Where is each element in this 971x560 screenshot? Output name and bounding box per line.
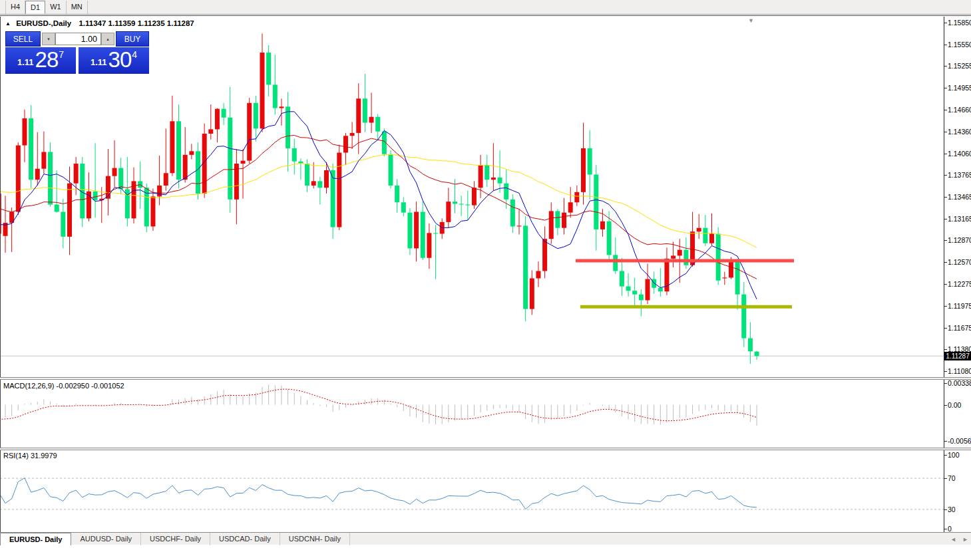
candle-body[interactable]	[254, 103, 258, 128]
candle-body[interactable]	[562, 213, 566, 228]
candle-body[interactable]	[61, 212, 65, 237]
candle-body[interactable]	[620, 271, 624, 286]
candle-body[interactable]	[523, 225, 528, 309]
candle-body[interactable]	[292, 148, 297, 162]
chart-shift-marker-icon[interactable]: ▼	[748, 17, 754, 24]
candle-body[interactable]	[453, 202, 457, 204]
candle-body[interactable]	[48, 152, 53, 204]
timeframe-tab-d1[interactable]: D1	[25, 1, 45, 14]
candle-body[interactable]	[144, 188, 149, 226]
tabs-scroll-right-icon[interactable]: ►	[962, 536, 968, 543]
candle-body[interactable]	[485, 165, 489, 180]
candle-body[interactable]	[29, 118, 33, 180]
candle-body[interactable]	[266, 53, 271, 84]
candle-body[interactable]	[671, 255, 676, 258]
candle-body[interactable]	[67, 184, 72, 237]
candle-body[interactable]	[401, 202, 406, 212]
candle-body[interactable]	[157, 186, 162, 196]
candle-body[interactable]	[607, 221, 612, 255]
chart-tab-usdchf[interactable]: USDCHF- Daily	[141, 533, 210, 545]
candle-body[interactable]	[555, 211, 560, 227]
candle-body[interactable]	[683, 250, 688, 265]
candle-body[interactable]	[594, 174, 598, 229]
candle-body[interactable]	[273, 84, 278, 108]
chart-canvas[interactable]	[0, 16, 971, 548]
candle-body[interactable]	[536, 271, 540, 278]
candle-body[interactable]	[581, 148, 586, 192]
candle-body[interactable]	[549, 211, 554, 239]
candle-body[interactable]	[363, 98, 367, 122]
candle-body[interactable]	[600, 221, 605, 229]
timeframe-tab-mn[interactable]: MN	[67, 1, 88, 14]
candle-body[interactable]	[112, 168, 117, 176]
candle-body[interactable]	[189, 151, 194, 154]
candle-body[interactable]	[517, 225, 522, 226]
candle-body[interactable]	[530, 278, 534, 309]
candle-body[interactable]	[703, 228, 707, 243]
candle-body[interactable]	[755, 352, 759, 356]
candle-body[interactable]	[472, 188, 477, 205]
chart-tab-eurusd[interactable]: EURUSD- Daily	[0, 533, 71, 545]
candle-body[interactable]	[407, 213, 412, 249]
candle-body[interactable]	[613, 255, 618, 271]
sell-button[interactable]: SELL	[5, 31, 41, 47]
candle-body[interactable]	[735, 261, 740, 294]
volume-decrease-button[interactable]: ▾	[42, 33, 55, 45]
candle-body[interactable]	[568, 202, 573, 212]
buy-button[interactable]: BUY	[116, 31, 149, 47]
candle-body[interactable]	[16, 146, 21, 212]
tabs-scroll-left-icon[interactable]: ◄	[950, 536, 956, 543]
candle-body[interactable]	[639, 295, 644, 301]
candle-body[interactable]	[343, 136, 348, 152]
candle-body[interactable]	[491, 178, 496, 180]
candle-body[interactable]	[74, 164, 79, 184]
candle-body[interactable]	[741, 295, 746, 339]
candle-body[interactable]	[646, 279, 650, 301]
candle-body[interactable]	[150, 196, 155, 226]
candle-body[interactable]	[337, 153, 341, 227]
timeframe-tab-w1[interactable]: W1	[45, 1, 67, 14]
candle-body[interactable]	[729, 261, 733, 277]
candle-body[interactable]	[93, 192, 98, 200]
candle-body[interactable]	[414, 212, 419, 249]
candle-body[interactable]	[41, 152, 46, 168]
candle-body[interactable]	[286, 106, 290, 148]
candle-body[interactable]	[241, 161, 246, 164]
candle-body[interactable]	[722, 277, 727, 278]
candle-body[interactable]	[446, 202, 451, 222]
candle-body[interactable]	[510, 200, 515, 227]
candle-body[interactable]	[697, 228, 701, 231]
candle-body[interactable]	[588, 148, 592, 175]
candle-body[interactable]	[222, 109, 226, 118]
candle-body[interactable]	[369, 117, 374, 123]
candle-body[interactable]	[632, 291, 637, 294]
candle-body[interactable]	[709, 233, 714, 243]
candle-body[interactable]	[305, 164, 309, 186]
candle-body[interactable]	[375, 117, 380, 132]
candle-body[interactable]	[55, 205, 59, 212]
candle-body[interactable]	[279, 106, 284, 108]
candle-body[interactable]	[465, 205, 470, 206]
chart-tab-usdcnh[interactable]: USDCNH- Daily	[280, 533, 350, 545]
chart-tab-audusd[interactable]: AUDUSD- Daily	[71, 533, 141, 545]
panel-separator-macd[interactable]	[0, 377, 971, 380]
panel-separator-rsi[interactable]	[0, 448, 971, 450]
candle-body[interactable]	[196, 151, 200, 194]
candle-body[interactable]	[183, 155, 188, 180]
buy-price-panel[interactable]: 1.11304	[79, 47, 149, 74]
candle-body[interactable]	[479, 165, 483, 188]
candle-body[interactable]	[542, 239, 547, 271]
candle-body[interactable]	[658, 288, 663, 291]
candle-body[interactable]	[626, 287, 631, 291]
candle-body[interactable]	[247, 103, 252, 161]
candle-body[interactable]	[260, 53, 265, 128]
candle-body[interactable]	[678, 250, 682, 256]
candle-body[interactable]	[215, 109, 220, 130]
candle-body[interactable]	[22, 118, 27, 146]
oneclick-collapse-icon[interactable]: ▲	[5, 21, 11, 27]
candle-body[interactable]	[208, 129, 213, 134]
candle-body[interactable]	[356, 98, 361, 133]
candle-body[interactable]	[459, 204, 464, 204]
candle-body[interactable]	[574, 192, 579, 202]
sell-price-panel[interactable]: 1.11287	[5, 47, 76, 74]
